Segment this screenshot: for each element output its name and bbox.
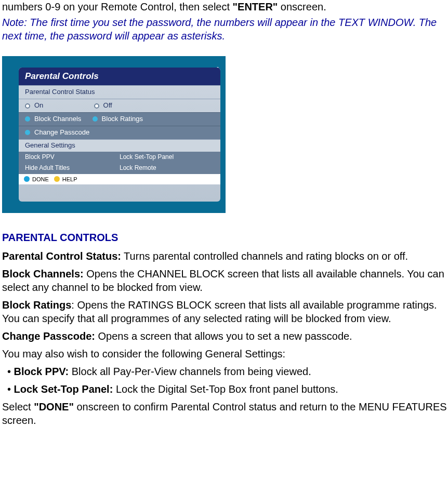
note-text: Note: The first time you set the passwor… bbox=[2, 16, 448, 43]
radio-off-icon[interactable] bbox=[25, 103, 30, 109]
intro-enter: "ENTER" bbox=[233, 1, 278, 12]
ppv-h: Block PPV: bbox=[14, 366, 69, 377]
bullet-icon bbox=[93, 116, 98, 122]
def-pcs-h: Parental Control Status: bbox=[2, 250, 121, 262]
intro-line: numbers 0-9 on your Remote Control, then… bbox=[2, 0, 448, 14]
on-label: On bbox=[34, 101, 43, 109]
final-line: Select "DONE" onscreen to confirm Parent… bbox=[2, 400, 448, 427]
bullet-icon bbox=[25, 130, 30, 135]
block-row[interactable]: Block Channels Block Ratings bbox=[19, 112, 220, 126]
def-pcs-b: Turns parental controlled channels and r… bbox=[121, 250, 408, 262]
gs-row-1[interactable]: Block PPV Lock Set-Top Panel bbox=[19, 152, 220, 163]
gs-ppv: Block PPV bbox=[25, 153, 55, 161]
status-options-row[interactable]: On Off bbox=[19, 99, 220, 112]
lock-h: Lock Set-Top Panel: bbox=[14, 383, 113, 395]
def-pcs: Parental Control Status: Turns parental … bbox=[2, 249, 448, 263]
def-cp: Change Passcode: Opens a screen that all… bbox=[2, 329, 448, 343]
off-label: Off bbox=[103, 101, 112, 109]
gen-intro: You may also wish to consider the follow… bbox=[2, 347, 448, 361]
settings-panel: Parental Controls Parental Control Statu… bbox=[19, 68, 220, 202]
bullet-icon bbox=[25, 116, 30, 122]
done-label: DONE bbox=[32, 176, 49, 183]
panel-title: Parental Controls bbox=[19, 68, 220, 85]
ppv-b: Block all Pay-Per-View channels from bei… bbox=[69, 366, 311, 377]
status-label-row: Parental Control Status bbox=[19, 85, 220, 99]
gs-row-2[interactable]: Hide Adult Titles Lock Remote bbox=[19, 163, 220, 174]
def-br: Block Ratings: Opens the RATINGS BLOCK s… bbox=[2, 298, 448, 325]
gs-lock-remote: Lock Remote bbox=[120, 164, 156, 171]
intro-t2: onscreen. bbox=[278, 1, 326, 12]
final-done: "DONE" bbox=[34, 401, 74, 412]
def-cp-b: Opens a screen that allows you to set a … bbox=[95, 330, 352, 342]
change-passcode-label: Change Passcode bbox=[34, 128, 89, 136]
bullet-ppv: • Block PPV: Block all Pay-Per-View chan… bbox=[2, 365, 448, 378]
change-passcode-row[interactable]: Change Passcode bbox=[19, 126, 220, 139]
gs-hide: Hide Adult Titles bbox=[25, 164, 70, 171]
final-t1: Select bbox=[2, 401, 34, 412]
block-channels-label: Block Channels bbox=[34, 115, 81, 123]
lock-b: Lock the Digital Set-Top Box front panel… bbox=[113, 383, 338, 395]
general-settings-label: General Settings bbox=[19, 139, 220, 152]
done-icon[interactable] bbox=[24, 176, 30, 182]
help-icon[interactable] bbox=[54, 176, 60, 182]
def-bc: Block Channels: Opens the CHANNEL BLOCK … bbox=[2, 267, 448, 294]
done-bar[interactable]: DONE HELP bbox=[19, 174, 220, 184]
radio-off-icon[interactable] bbox=[94, 103, 99, 109]
intro-t1: numbers 0-9 on your Remote Control, then… bbox=[2, 1, 233, 12]
bullet-lock: • Lock Set-Top Panel: Lock the Digital S… bbox=[2, 382, 448, 396]
def-br-h: Block Ratings bbox=[2, 299, 71, 311]
help-label: HELP bbox=[62, 176, 77, 183]
gs-lock-panel: Lock Set-Top Panel bbox=[120, 153, 174, 161]
section-title: PARENTAL CONTROLS bbox=[2, 231, 448, 244]
def-bc-h: Block Channels: bbox=[2, 268, 84, 279]
block-ratings-label: Block Ratings bbox=[102, 115, 143, 123]
screenshot-panel: Tsunami LIVEWIRE Parental Controls Paren… bbox=[2, 56, 226, 213]
def-cp-h: Change Passcode: bbox=[2, 330, 95, 342]
